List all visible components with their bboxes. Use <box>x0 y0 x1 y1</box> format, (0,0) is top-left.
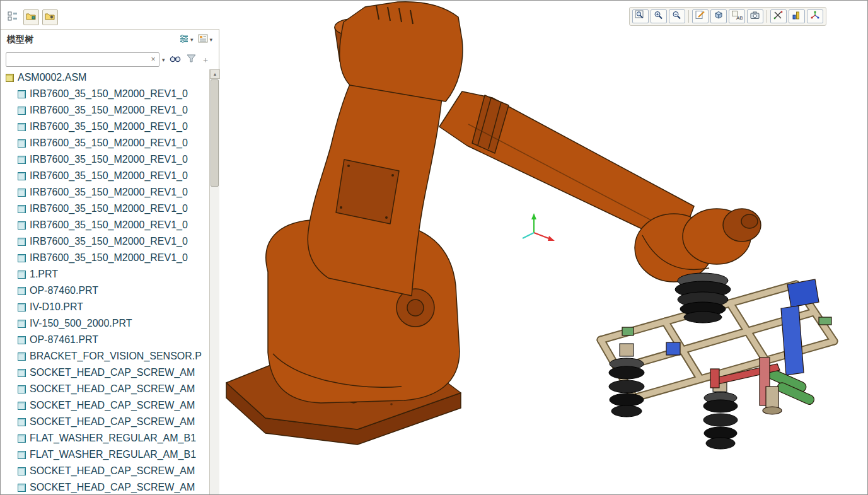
tree-item[interactable]: IRB7600_35_150_M2000_REV1_0 <box>1 168 209 184</box>
saved-views-button[interactable] <box>710 9 727 23</box>
view-toolbar: AB <box>629 7 826 26</box>
image-capture-button[interactable] <box>747 9 763 23</box>
folder-icon <box>26 11 37 23</box>
clear-search-icon[interactable]: × <box>149 54 158 64</box>
part-icon <box>18 156 26 164</box>
tree-item[interactable]: SOCKET_HEAD_CAP_SCREW_AM <box>1 397 209 414</box>
model-tree-columns-button[interactable] <box>4 9 20 25</box>
zoom-out-icon <box>671 10 683 23</box>
annotation-display-button[interactable]: AB <box>729 9 745 23</box>
part-icon <box>18 287 26 295</box>
tree-item[interactable]: IRB7600_35_150_M2000_REV1_0 <box>1 151 209 168</box>
tree-item[interactable]: SOCKET_HEAD_CAP_SCREW_AM <box>1 463 209 479</box>
tree-item-label: IRB7600_35_150_M2000_REV1_0 <box>30 236 188 247</box>
zoom-refit-button[interactable] <box>632 9 649 23</box>
part-icon <box>18 303 26 312</box>
tree-item-label: SOCKET_HEAD_CAP_SCREW_AM <box>30 400 195 411</box>
tree-item-label: IRB7600_35_150_M2000_REV1_0 <box>30 170 188 182</box>
tree-search-row: × ▾ ＋ <box>1 50 219 69</box>
repaint-button[interactable] <box>692 9 709 23</box>
tree-item[interactable]: IRB7600_35_150_M2000_REV1_0 <box>1 250 209 266</box>
tree-item-label: BRACKET_FOR_VISION_SENSOR.P <box>30 351 202 362</box>
tree-item-label: IRB7600_35_150_M2000_REV1_0 <box>30 121 188 132</box>
tree-item[interactable]: FLAT_WASHER_REGULAR_AM_B1 <box>1 446 209 463</box>
datum-filter-icon <box>773 10 784 23</box>
tree-item[interactable]: SOCKET_HEAD_CAP_SCREW_AM <box>1 479 209 495</box>
find-button[interactable] <box>168 52 183 67</box>
zoom-in-button[interactable] <box>651 9 667 23</box>
tree-item[interactable]: FLAT_WASHER_REGULAR_AM_B1 <box>1 430 209 446</box>
open-folder-button[interactable] <box>23 9 39 25</box>
spin-center-button[interactable] <box>807 9 823 23</box>
tree-columns-icon <box>8 11 18 24</box>
tree-item-label: IRB7600_35_150_M2000_REV1_0 <box>30 203 188 214</box>
tree-item[interactable]: IRB7600_35_150_M2000_REV1_0 <box>1 201 209 217</box>
assembly-icon <box>6 74 14 82</box>
part-icon <box>18 402 26 410</box>
tree-settings-button[interactable]: ▾ <box>176 32 196 47</box>
suction-cup-stack[interactable] <box>703 378 738 449</box>
part-icon <box>18 418 26 426</box>
tree-item[interactable]: 1.PRT <box>1 266 209 282</box>
tree-item[interactable]: SOCKET_HEAD_CAP_SCREW_AM <box>1 414 209 430</box>
tree-item[interactable]: BRACKET_FOR_VISION_SENSOR.P <box>1 348 209 364</box>
tree-item-label: SOCKET_HEAD_CAP_SCREW_AM <box>30 367 195 378</box>
tree-item[interactable]: OP-87460.PRT <box>1 282 209 299</box>
favorites-folder-button[interactable] <box>42 9 58 25</box>
vertical-scrollbar[interactable]: ▲ ▼ <box>209 69 219 495</box>
tree-item[interactable]: IV-150_500_2000.PRT <box>1 315 209 332</box>
tree-item-label: IRB7600_35_150_M2000_REV1_0 <box>30 137 188 149</box>
tree-item-label: FLAT_WASHER_REGULAR_AM_B1 <box>30 449 196 460</box>
tree-item-label: 1.PRT <box>30 269 58 280</box>
repaint-icon <box>695 10 706 23</box>
part-icon <box>18 123 26 131</box>
tree-item-assembly[interactable]: ASM0002.ASM <box>1 69 209 86</box>
tree-item-label: IRB7600_35_150_M2000_REV1_0 <box>30 187 188 198</box>
search-box: × <box>6 52 159 67</box>
tree-item[interactable]: IRB7600_35_150_M2000_REV1_0 <box>1 86 209 102</box>
tree-item-label: IRB7600_35_150_M2000_REV1_0 <box>30 88 188 100</box>
display-style-button[interactable] <box>789 9 805 23</box>
camera-icon <box>749 10 761 23</box>
csys-triad <box>523 213 555 241</box>
part-icon <box>18 369 26 377</box>
tree-display-options-button[interactable]: ▾ <box>195 32 215 47</box>
folder-star-icon <box>45 11 55 23</box>
annotation-display-icon: AB <box>731 10 743 23</box>
model-tree-header: 模型树 ▾ ▾ <box>1 30 219 50</box>
tree-item-label: OP-87460.PRT <box>30 285 98 296</box>
vertical-scroll-thumb[interactable] <box>211 79 219 187</box>
tree-item[interactable]: IRB7600_35_150_M2000_REV1_0 <box>1 119 209 135</box>
search-history-caret[interactable]: ▾ <box>162 57 165 63</box>
tree-item[interactable]: IRB7600_35_150_M2000_REV1_0 <box>1 102 209 119</box>
part-icon <box>18 139 26 148</box>
saved-views-icon <box>713 10 724 23</box>
robot-wrist[interactable] <box>635 209 761 282</box>
tree-item[interactable]: IRB7600_35_150_M2000_REV1_0 <box>1 135 209 151</box>
tree-settings-icon <box>179 34 189 45</box>
part-icon <box>18 221 26 230</box>
suction-cup-stack[interactable] <box>609 344 644 417</box>
tree-item[interactable]: IRB7600_35_150_M2000_REV1_0 <box>1 217 209 233</box>
tree-item-label: IRB7600_35_150_M2000_REV1_0 <box>30 252 188 264</box>
app-window: AB 模型树 ▾ ▾ × ▾ <box>0 0 868 495</box>
tree-item[interactable]: SOCKET_HEAD_CAP_SCREW_AM <box>1 364 209 381</box>
add-filter-button[interactable]: ＋ <box>200 53 211 67</box>
zoom-out-button[interactable] <box>669 9 685 23</box>
filter-funnel-icon <box>187 54 197 66</box>
part-icon <box>18 385 26 393</box>
plus-icon: ＋ <box>202 54 210 66</box>
part-icon <box>18 484 26 492</box>
tree-item[interactable]: OP-87461.PRT <box>1 332 209 348</box>
tree-item[interactable]: IRB7600_35_150_M2000_REV1_0 <box>1 233 209 250</box>
tree-item[interactable]: IV-D10.PRT <box>1 299 209 315</box>
filter-button[interactable] <box>185 52 198 67</box>
datum-display-filter-button[interactable] <box>770 9 787 23</box>
tree-item[interactable]: SOCKET_HEAD_CAP_SCREW_AM <box>1 381 209 397</box>
part-icon <box>18 189 26 197</box>
search-input[interactable] <box>6 52 159 67</box>
tree-item-label: IV-150_500_2000.PRT <box>30 318 132 329</box>
tree-item[interactable]: IRB7600_35_150_M2000_REV1_0 <box>1 184 209 201</box>
scroll-up-arrow[interactable]: ▲ <box>210 69 220 79</box>
zoom-in-icon <box>653 10 664 23</box>
